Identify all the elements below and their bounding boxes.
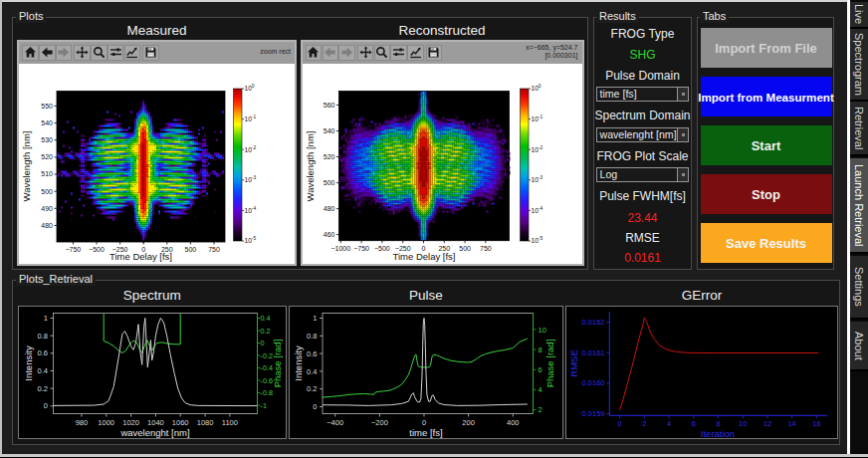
svg-text:1080: 1080 [196,418,213,427]
svg-text:8: 8 [716,419,720,428]
svg-text:480: 480 [323,205,334,212]
svg-text:Time Delay [fs]: Time Delay [fs] [392,251,455,262]
svg-text:520: 520 [323,153,334,160]
svg-text:Phase [rad]: Phase [rad] [272,340,283,388]
svg-text:−500: −500 [374,245,390,252]
svg-text:0: 0 [422,418,426,427]
svg-text:0.0161: 0.0161 [582,348,605,357]
svg-text:200: 200 [462,418,475,427]
svg-text:−750: −750 [66,246,82,253]
svg-text:0: 0 [313,402,317,411]
svg-text:4: 4 [539,385,542,394]
svg-text:Wavelength [nm]: Wavelength [nm] [305,131,316,202]
svg-text:10: 10 [539,326,546,335]
svg-text:0.4: 0.4 [307,367,317,376]
svg-text:1: 1 [313,314,317,323]
svg-text:10: 10 [739,419,747,428]
svg-text:−1000: −1000 [330,245,350,252]
svg-text:1000: 1000 [98,418,114,427]
svg-text:6: 6 [692,419,696,428]
svg-text:550: 550 [41,103,53,110]
svg-text:14: 14 [787,419,795,428]
svg-text:Intensity: Intensity [293,345,304,381]
svg-text:8: 8 [539,345,542,354]
svg-text:Time Delay [fs]: Time Delay [fs] [109,251,172,262]
svg-text:510: 510 [41,170,53,177]
svg-text:0.6: 0.6 [307,349,317,358]
svg-text:−200: −200 [371,418,388,427]
svg-text:2: 2 [642,419,646,428]
svg-text:2: 2 [539,405,542,414]
svg-text:500: 500 [41,188,53,195]
svg-text:0.8: 0.8 [307,332,317,341]
svg-text:-1: -1 [260,401,266,410]
svg-text:460: 460 [323,231,334,238]
svg-text:4: 4 [667,419,671,428]
svg-text:500: 500 [185,246,197,253]
svg-text:0.2: 0.2 [307,384,317,393]
svg-text:540: 540 [323,127,334,134]
svg-text:-0.8: -0.8 [260,388,272,397]
svg-text:750: 750 [480,245,492,252]
svg-text:520: 520 [41,153,53,160]
svg-text:wavelenght [nm]: wavelenght [nm] [119,427,189,438]
svg-text:time [fs]: time [fs] [409,427,442,438]
svg-text:540: 540 [41,119,53,126]
svg-text:400: 400 [507,418,520,427]
svg-text:−500: −500 [89,246,105,253]
svg-text:0.0162: 0.0162 [582,318,605,327]
svg-text:Phase [rad]: Phase [rad] [544,340,555,388]
svg-text:12: 12 [763,419,771,428]
svg-text:1020: 1020 [122,418,139,427]
svg-text:490: 490 [41,205,53,212]
svg-text:0.6: 0.6 [37,348,47,357]
svg-text:0.2: 0.2 [37,384,47,393]
svg-text:1: 1 [43,314,47,323]
svg-text:0: 0 [43,401,47,410]
svg-text:750: 750 [208,246,220,253]
svg-text:0.0160: 0.0160 [582,378,605,387]
svg-text:16: 16 [812,419,820,428]
svg-text:530: 530 [41,136,53,143]
svg-text:0.2: 0.2 [260,327,270,336]
svg-text:1060: 1060 [171,418,188,427]
svg-text:RMSE: RMSE [568,349,579,376]
svg-text:980: 980 [75,418,88,427]
svg-text:0.4: 0.4 [37,366,47,375]
svg-text:1040: 1040 [147,418,164,427]
svg-text:560: 560 [323,102,334,109]
svg-text:0: 0 [260,339,264,347]
svg-text:Iteration: Iteration [701,428,735,439]
svg-text:0: 0 [618,419,622,428]
svg-text:−750: −750 [353,245,369,252]
svg-text:Wavelength [nm]: Wavelength [nm] [21,131,32,202]
svg-text:−400: −400 [326,418,343,427]
svg-text:Intensity: Intensity [23,345,34,381]
svg-text:6: 6 [539,365,542,374]
svg-text:0.8: 0.8 [37,332,47,341]
svg-text:0.0159: 0.0159 [582,409,605,418]
svg-text:1100: 1100 [221,418,237,427]
svg-text:480: 480 [41,222,53,229]
svg-text:500: 500 [459,245,471,252]
svg-text:500: 500 [323,179,334,186]
svg-text:0.4: 0.4 [260,314,270,323]
